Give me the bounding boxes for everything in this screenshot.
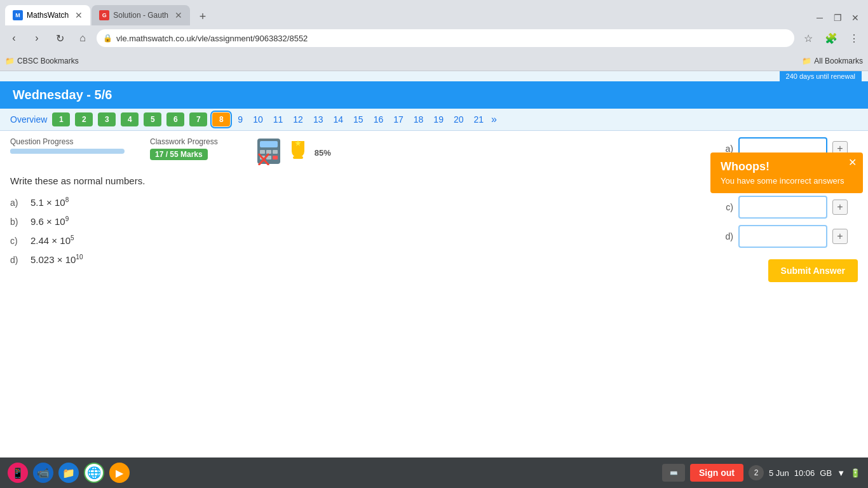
answer-input-c[interactable] (738, 196, 827, 219)
tab-gauth[interactable]: G Solution - Gauth ✕ (92, 5, 190, 25)
question-part-d: d) 5.023 × 1010 (10, 254, 708, 265)
answer-c-plus-btn[interactable]: + (832, 200, 848, 215)
marks-badge: 17 / 55 Marks (150, 149, 208, 160)
bookmark-cbsc[interactable]: 📁 CBSC Bookmarks (5, 57, 79, 65)
q-btn-13[interactable]: 13 (311, 114, 326, 125)
address-bar[interactable]: 🔒 vle.mathswatch.co.uk/vle/assignment/90… (97, 29, 794, 47)
taskbar-icon-3[interactable]: 📁 (58, 463, 79, 483)
answer-d-plus-btn[interactable]: + (832, 229, 848, 244)
q-nav-more-btn[interactable]: » (491, 114, 497, 125)
percent-badge: 85% (315, 148, 331, 158)
part-a-expression: 5.1 × 108 (31, 196, 69, 208)
tab-close-btn[interactable]: ✕ (75, 10, 83, 20)
minimize-button[interactable]: ─ (812, 10, 827, 25)
chrome-icon[interactable]: 🌐 (84, 463, 104, 483)
answer-d-field[interactable] (745, 231, 821, 241)
q-btn-5[interactable]: 5 (144, 112, 161, 126)
whoops-title: Whoops! (721, 160, 853, 173)
trophy-icon (287, 139, 309, 166)
submit-answer-button[interactable]: Submit Answer (768, 259, 858, 282)
sign-out-button[interactable]: Sign out (690, 464, 743, 482)
restore-button[interactable]: ❐ (830, 10, 845, 25)
q-btn-1[interactable]: 1 (52, 112, 70, 126)
part-c-expression: 2.44 × 105 (31, 234, 74, 246)
battery-icon: 🔋 (850, 468, 860, 478)
new-tab-button[interactable]: + (194, 8, 212, 25)
q-btn-11[interactable]: 11 (271, 114, 286, 125)
url-text: vle.mathswatch.co.uk/vle/assignment/9063… (116, 34, 788, 43)
part-b-expression: 9.6 × 109 (31, 215, 69, 227)
q-btn-17[interactable]: 17 (391, 114, 406, 125)
q-btn-2[interactable]: 2 (75, 112, 93, 126)
q-btn-14[interactable]: 14 (330, 114, 346, 125)
q-btn-6[interactable]: 6 (166, 112, 184, 126)
question-part-b: b) 9.6 × 109 (10, 215, 708, 227)
extensions-button[interactable]: 🧩 (822, 29, 840, 47)
notification-badge[interactable]: 2 (749, 465, 764, 480)
q-btn-10[interactable]: 10 (250, 114, 266, 125)
all-bookmarks-folder-icon: 📁 (802, 57, 811, 65)
question-instruction: Write these as normal numbers. (10, 175, 708, 186)
status-area: ⌨️ Sign out 2 5 Jun 10:06 GB ▼ 🔋 (662, 464, 860, 482)
question-part-c: c) 2.44 × 105 (10, 234, 708, 246)
forward-button[interactable]: › (28, 29, 46, 47)
q-btn-16[interactable]: 16 (371, 114, 386, 125)
taskbar-date: 5 Jun (769, 468, 789, 478)
q-btn-4[interactable]: 4 (121, 112, 139, 126)
part-b-label: b) (10, 217, 25, 227)
q-btn-8[interactable]: 8 (212, 112, 230, 126)
answer-c-field[interactable] (745, 202, 821, 212)
calculator-icon (256, 137, 281, 168)
renewal-banner: 240 days until renewal (780, 71, 862, 81)
whoops-close-button[interactable]: ✕ (848, 156, 857, 168)
q-btn-12[interactable]: 12 (290, 114, 306, 125)
whoops-notification: ✕ Whoops! You have some incorrect answer… (710, 152, 863, 193)
svg-rect-2 (260, 150, 265, 154)
q-btn-3[interactable]: 3 (98, 112, 116, 126)
taskbar-region: GB (820, 468, 832, 478)
svg-rect-7 (273, 156, 278, 159)
q-btn-21[interactable]: 21 (471, 114, 487, 125)
gauth-favicon: G (99, 10, 109, 20)
all-bookmarks-label: All Bookmarks (814, 57, 863, 65)
tab-mathswatch[interactable]: M MathsWatch ✕ (5, 5, 90, 25)
part-a-label: a) (10, 198, 25, 208)
svg-rect-10 (295, 151, 301, 156)
svg-rect-3 (266, 150, 271, 154)
taskbar-icon-1[interactable]: 📱 (8, 463, 28, 483)
answer-d-label: d) (718, 231, 733, 241)
answer-row-d: d) + (718, 225, 858, 248)
bookmark-cbsc-label: CBSC Bookmarks (17, 57, 79, 65)
q-btn-15[interactable]: 15 (351, 114, 366, 125)
tab-gauth-label: Solution - Gauth (113, 11, 168, 20)
answer-row-c: c) + (718, 196, 858, 219)
answer-input-d[interactable] (738, 225, 827, 248)
q-btn-20[interactable]: 20 (451, 114, 466, 125)
all-bookmarks-button[interactable]: 📁 All Bookmarks (802, 57, 863, 65)
taskbar-time: 10:06 (794, 468, 815, 478)
day-header: Wednesday - 5/6 (0, 81, 868, 109)
question-progress-bar (10, 149, 125, 154)
q-btn-7[interactable]: 7 (189, 112, 207, 126)
tab-gauth-close-btn[interactable]: ✕ (175, 10, 182, 20)
mathswatch-favicon: M (13, 10, 23, 20)
q-btn-9[interactable]: 9 (235, 114, 245, 125)
close-window-button[interactable]: ✕ (848, 10, 863, 25)
taskbar-icon-2[interactable]: 📹 (33, 463, 53, 483)
bookmark-star-button[interactable]: ☆ (799, 29, 817, 47)
classwork-progress-label: Classwork Progress (150, 137, 218, 146)
svg-rect-4 (273, 150, 278, 154)
question-nav: Overview 1 2 3 4 5 6 7 8 9 10 11 12 13 1… (0, 109, 868, 131)
question-part-a: a) 5.1 × 108 (10, 196, 708, 208)
home-button[interactable]: ⌂ (74, 29, 92, 47)
q-btn-18[interactable]: 18 (411, 114, 426, 125)
svg-rect-11 (293, 156, 303, 159)
answer-c-label: c) (718, 202, 733, 212)
q-btn-19[interactable]: 19 (431, 114, 446, 125)
chrome-menu-button[interactable]: ⋮ (845, 29, 863, 47)
reload-button[interactable]: ↻ (51, 29, 69, 47)
overview-link[interactable]: Overview (10, 114, 47, 125)
back-button[interactable]: ‹ (5, 29, 23, 47)
taskbar-icon-5[interactable]: ▶ (109, 463, 130, 483)
part-d-expression: 5.023 × 1010 (31, 254, 83, 265)
